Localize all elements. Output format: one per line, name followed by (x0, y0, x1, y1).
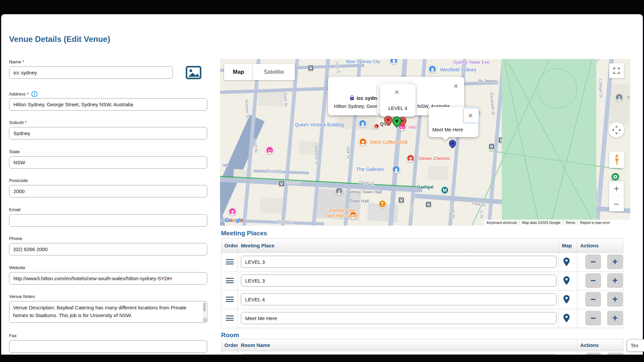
map-poi-label[interactable]: Myer Sydney City (346, 59, 380, 64)
row-remove-button[interactable]: − (585, 273, 601, 288)
row-drag-handle[interactable] (226, 278, 234, 284)
map-poi-label[interactable]: Gadigal (417, 184, 434, 189)
map-poi-label[interactable]: The Galeries (356, 167, 384, 172)
marker-green-selected[interactable] (391, 116, 403, 128)
map-type-button[interactable]: Map (224, 64, 253, 80)
row-map-pin-icon[interactable] (563, 257, 570, 266)
transit-stop-icon[interactable] (279, 181, 284, 186)
pan-control[interactable] (608, 122, 624, 138)
room-add-button[interactable]: + (607, 353, 623, 355)
row-remove-button[interactable]: − (585, 254, 601, 269)
poi-church-pin[interactable] (615, 93, 623, 101)
transit-T-icon[interactable]: T (378, 200, 386, 208)
room-name-input[interactable] (241, 354, 557, 355)
map-poi-label[interactable]: St James (478, 78, 497, 83)
poi-hotel-west-pin[interactable] (266, 146, 274, 154)
row-map-pin-icon[interactable] (563, 276, 570, 285)
meeting-place-input[interactable] (241, 256, 556, 268)
postcode-input[interactable] (9, 185, 207, 197)
transit-stop-icon[interactable] (489, 143, 494, 149)
transit-L-icon[interactable]: L (374, 123, 379, 129)
poi-qvb-pin[interactable] (359, 119, 367, 127)
row-remove-button[interactable]: − (585, 311, 601, 325)
row-add-button[interactable]: + (607, 311, 623, 325)
row-remove-button[interactable]: − (585, 292, 601, 307)
address-input[interactable] (9, 98, 207, 111)
poi-galeries-pin[interactable] (392, 165, 400, 173)
transit-stop-icon[interactable] (426, 201, 431, 207)
textarea-resize-handle[interactable] (203, 318, 207, 322)
attribution-item[interactable]: Terms (563, 221, 578, 225)
col-meeting-place: Meeting Place (237, 239, 558, 252)
google-map[interactable]: LTTMMyer Sydney CitySydney Tower EyeWest… (220, 59, 630, 226)
zoom-out-button[interactable]: − (609, 197, 624, 212)
map-poi-label[interactable]: Sydney Tower Eye (453, 60, 489, 65)
room-remove-button[interactable]: − (586, 353, 601, 355)
meet-popup: × Meet Me Here (429, 107, 478, 137)
transit-M-icon[interactable]: M (441, 186, 449, 194)
poi-glover-chemist-pin[interactable] (407, 154, 415, 162)
attribution-item[interactable]: Report a map error (578, 221, 612, 225)
email-input[interactable] (9, 214, 207, 227)
row-drag-handle[interactable] (226, 297, 234, 302)
map-poi-label[interactable]: Town Hall (349, 198, 369, 203)
map-poi-label[interactable]: Eternity Cafe (330, 208, 355, 213)
google-logo[interactable]: Google (225, 217, 244, 224)
row-add-button[interactable]: + (607, 273, 623, 288)
map-poi-label[interactable]: Westfield Sydney (440, 67, 476, 72)
map-poi-label[interactable]: Sydney Town Hall (346, 189, 382, 194)
room-table: Order Room Name Actions − + (221, 339, 623, 355)
street-view-coverage-toggle[interactable] (611, 172, 620, 181)
meeting-places-header: Order Meeting Place Map Actions (221, 239, 623, 253)
poi-attraction-pin[interactable] (228, 207, 236, 216)
row-add-button[interactable]: + (607, 254, 623, 269)
name-input[interactable] (9, 66, 173, 79)
info-icon[interactable] (31, 91, 38, 97)
pegman-control[interactable] (609, 152, 625, 168)
poi-westfield-pin[interactable] (428, 65, 436, 73)
venue-info-close-icon[interactable]: × (454, 83, 458, 89)
meeting-places-title: Meeting Places (221, 230, 267, 237)
transit-stop-icon[interactable] (398, 197, 404, 203)
zoom-in-button[interactable]: + (609, 181, 624, 196)
side-tab-text[interactable]: Tex (627, 339, 644, 352)
phone-input[interactable] (9, 243, 207, 255)
map-poi-label[interactable]: Queen Victoria Building (295, 122, 344, 127)
level4-close-icon[interactable]: × (394, 89, 399, 96)
poi-stitch-coffee-pin[interactable] (359, 138, 367, 146)
venue-notes-textarea[interactable]: Venue Description: Bayleaf Catering has … (9, 301, 207, 323)
attribution-item[interactable]: Keyboard shortcuts (484, 221, 519, 225)
marker-meet-me-here[interactable] (448, 139, 457, 149)
row-drag-handle[interactable] (226, 259, 234, 265)
meeting-place-input[interactable] (241, 293, 556, 305)
row-add-button[interactable]: + (607, 292, 623, 307)
venue-image-button[interactable] (185, 66, 202, 79)
transit-stop-icon[interactable] (308, 65, 314, 71)
map-poi-label[interactable]: Town Hall Square (325, 213, 359, 218)
satellite-type-button[interactable]: Satellite (253, 64, 295, 80)
meet-close-button[interactable]: × (463, 108, 479, 123)
map-poi-label[interactable]: Stitch Coffee QVB (370, 139, 408, 145)
col-room-actions: Actions (577, 339, 624, 351)
col-order: Order (221, 239, 237, 252)
meet-label: Meet Me Here (432, 127, 463, 132)
fax-input[interactable] (9, 340, 207, 353)
meeting-place-input[interactable] (241, 275, 556, 287)
row-map-pin-icon[interactable] (563, 313, 570, 323)
map-poi-label[interactable]: Glover Chemist (419, 156, 450, 161)
map-poi-label[interactable]: Hilto (409, 125, 417, 130)
state-label: State (9, 149, 20, 154)
suburb-input[interactable] (9, 127, 207, 139)
room-header: Order Room Name Actions (221, 339, 623, 351)
map-street-label: Kent St (283, 93, 288, 107)
poi-myer-pin[interactable] (390, 59, 398, 64)
meeting-place-input[interactable] (241, 312, 556, 324)
col-room-name: Room Name (237, 339, 577, 351)
website-input[interactable] (9, 272, 207, 285)
fullscreen-button[interactable] (609, 63, 624, 78)
row-drag-handle[interactable] (226, 315, 234, 321)
poi-town-hall-pin[interactable] (335, 187, 343, 195)
state-input[interactable] (9, 156, 207, 169)
map-poi-label[interactable]: S (627, 95, 630, 100)
row-map-pin-icon[interactable] (563, 295, 570, 304)
